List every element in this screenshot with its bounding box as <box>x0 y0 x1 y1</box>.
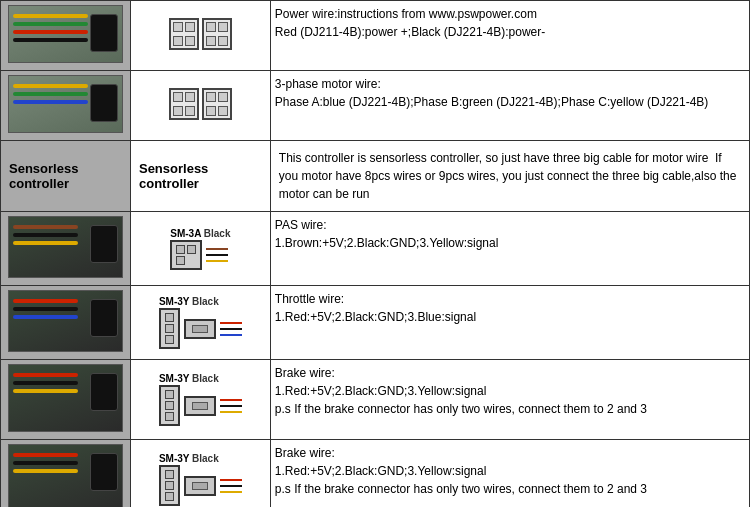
photo-brake1 <box>1 360 131 440</box>
label-sensorless-mid: Sensorlesscontroller <box>130 141 270 212</box>
text-phase: 3-phase motor wire: Phase A:blue (DJ221-… <box>270 71 749 141</box>
photo-throttle <box>1 286 131 360</box>
row-power: Power wire:instructions from www.pswpowe… <box>1 1 750 71</box>
text-brake1: Brake wire: 1.Red:+5V;2.Black:GND;3.Yell… <box>270 360 749 440</box>
photo-brake2 <box>1 440 131 508</box>
label-sensorless-left: Sensorlesscontroller <box>1 141 131 212</box>
row-pas: SM-3A Black <box>1 212 750 286</box>
text-pas: PAS wire: 1.Brown:+5V;2.Black:GND;3.Yell… <box>270 212 749 286</box>
row-brake1: SM-3Y Black <box>1 360 750 440</box>
row-phase: 3-phase motor wire: Phase A:blue (DJ221-… <box>1 71 750 141</box>
photo-pas <box>1 212 131 286</box>
diagram-power <box>130 1 270 71</box>
diagram-throttle: SM-3Y Black <box>130 286 270 360</box>
text-power: Power wire:instructions from www.pswpowe… <box>270 1 749 71</box>
row-sensorless: Sensorlesscontroller Sensorlesscontrolle… <box>1 141 750 212</box>
row-brake2: SM-3Y Black <box>1 440 750 508</box>
text-throttle: Throttle wire: 1.Red:+5V;2.Black:GND;3.B… <box>270 286 749 360</box>
photo-power <box>1 1 131 71</box>
text-brake2: Brake wire: 1.Red:+5V;2.Black:GND;3.Yell… <box>270 440 749 508</box>
diagram-brake2: SM-3Y Black <box>130 440 270 508</box>
photo-phase <box>1 71 131 141</box>
row-throttle: SM-3Y Black <box>1 286 750 360</box>
diagram-phase <box>130 71 270 141</box>
diagram-brake1: SM-3Y Black <box>130 360 270 440</box>
text-sensorless: This controller is sensorless controller… <box>270 141 749 212</box>
diagram-pas: SM-3A Black <box>130 212 270 286</box>
